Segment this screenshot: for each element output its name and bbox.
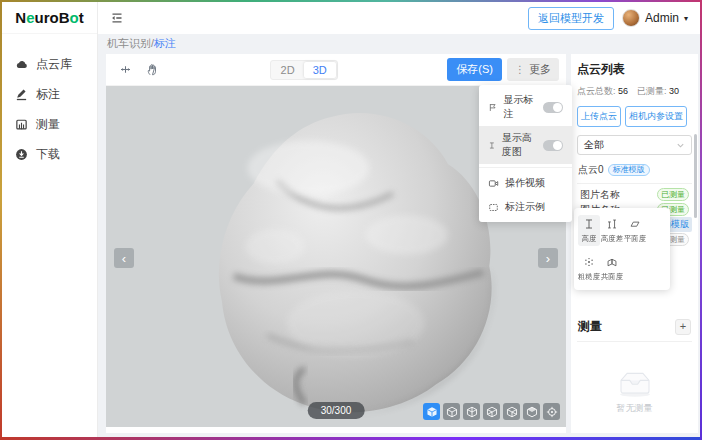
tool-height[interactable]: 高度	[578, 215, 600, 246]
menu-item-label: 显示标注	[503, 93, 537, 121]
view-cube-front-button[interactable]	[443, 403, 460, 420]
tool-label: 高度差	[600, 233, 622, 243]
filter-selected-value: 全部	[584, 138, 604, 152]
view-mode-toggle: 2D 3D	[270, 60, 338, 80]
locate-center-button[interactable]	[543, 403, 560, 420]
sidebar-item-measure[interactable]: 测量	[2, 110, 97, 139]
dashed-frame-icon	[488, 202, 499, 213]
panel-title: 点云列表	[577, 61, 692, 78]
tool-label: 高度	[581, 233, 596, 243]
cube-back-icon	[466, 406, 478, 418]
more-label: 更多	[529, 62, 551, 77]
hand-grab-icon[interactable]	[145, 62, 160, 77]
empty-state: 暂无测量	[577, 368, 692, 415]
logo-gear-o: o	[70, 9, 79, 26]
content-area: 机车识别/标注	[98, 34, 700, 437]
chevron-right-icon: ›	[546, 252, 550, 265]
panel-actions: 上传点云 相机内参设置	[577, 106, 692, 127]
menu-item-tutorial-video[interactable]: 操作视频	[479, 171, 572, 195]
cube-top-icon	[526, 406, 538, 418]
menu-divider	[479, 167, 572, 168]
breadcrumb: 机车识别/标注	[106, 36, 698, 54]
view-preset-buttons	[423, 403, 560, 420]
tool-flatness[interactable]: 平面度	[624, 215, 646, 246]
view-cube-top-button[interactable]	[523, 403, 540, 420]
sidebar-item-label: 测量	[36, 116, 60, 133]
more-dots-icon: ⋮	[515, 64, 525, 75]
prev-image-button[interactable]: ‹	[114, 248, 134, 268]
mode-2d-button[interactable]: 2D	[272, 62, 304, 78]
caret-down-icon: ▾	[684, 14, 688, 23]
menu-item-annotation-example[interactable]: 标注示例	[479, 195, 572, 219]
menu-item-show-annotation[interactable]: 显示标注	[479, 88, 572, 126]
filter-select[interactable]: 全部	[577, 135, 692, 155]
menu-item-show-heightmap[interactable]: 显示高度图	[479, 126, 572, 164]
sidebar-item-label: 标注	[36, 86, 60, 103]
sidebar-item-pointcloud-library[interactable]: 点云库	[2, 50, 97, 79]
list-scrollbar[interactable]	[694, 134, 697, 218]
tool-roughness[interactable]: 粗糙度	[578, 253, 600, 284]
image-name: 图片名称	[580, 188, 620, 202]
canvas-panel: 2D 3D 保存(S) ⋮ 更多	[106, 54, 566, 433]
measured-badge: 已测量	[657, 188, 689, 201]
sidebar-item-label: 下载	[36, 146, 60, 163]
mode-3d-button[interactable]: 3D	[304, 62, 336, 78]
menu-fold-icon[interactable]	[110, 11, 124, 25]
workspace: 2D 3D 保存(S) ⋮ 更多	[106, 54, 698, 433]
view-cube-back-button[interactable]	[463, 403, 480, 420]
crosshair-icon	[546, 406, 558, 418]
view-cube-left-button[interactable]	[483, 403, 500, 420]
logo-part: ur	[35, 9, 50, 26]
show-annotation-toggle[interactable]	[543, 102, 563, 113]
pan-move-icon[interactable]	[118, 62, 133, 77]
user-menu[interactable]: Admin ▾	[622, 9, 688, 27]
back-to-model-dev-button[interactable]: 返回模型开发	[528, 7, 614, 30]
show-heightmap-toggle[interactable]	[543, 140, 563, 151]
save-button[interactable]: 保存(S)	[447, 58, 502, 81]
cube-iso-icon	[426, 406, 438, 418]
more-button[interactable]: ⋮ 更多	[507, 58, 559, 81]
username-label: Admin	[645, 11, 679, 25]
pointcloud-item[interactable]: 点云0 标准模版	[577, 162, 692, 184]
frame-border-top	[0, 0, 702, 2]
logo-part: t	[79, 9, 84, 26]
video-icon	[488, 178, 499, 189]
upload-pointcloud-button[interactable]: 上传点云	[577, 106, 621, 127]
empty-text: 暂无测量	[617, 402, 653, 415]
app-window: NeuroBot 点云库 标注 测量 下载	[0, 0, 702, 440]
measure-section-header: 测量 +	[577, 316, 692, 342]
coplanarity-icon	[606, 256, 618, 268]
cube-left-icon	[486, 406, 498, 418]
image-list-item[interactable]: 图片名称 已测量	[577, 187, 692, 202]
sidebar-item-download[interactable]: 下载	[2, 140, 97, 169]
pointcloud-name: 点云0	[578, 163, 604, 177]
view-cube-right-button[interactable]	[503, 403, 520, 420]
header-right: 返回模型开发 Admin ▾	[528, 7, 688, 30]
logo-part: o	[50, 9, 59, 26]
top-header: 返回模型开发 Admin ▾	[98, 2, 700, 34]
sidebar-nav: 点云库 标注 测量 下载	[2, 34, 97, 169]
breadcrumb-current: 标注	[154, 37, 176, 49]
height-tool-icon	[583, 218, 595, 230]
chevron-down-icon	[676, 141, 685, 150]
sidebar-item-annotate[interactable]: 标注	[2, 80, 97, 109]
view-cube-iso-button[interactable]	[423, 403, 440, 420]
more-dropdown-menu: 显示标注 显示高度图	[479, 85, 572, 222]
tool-height-diff[interactable]: 高度差	[601, 215, 623, 246]
pointcloud-panel: 点云列表 点云总数: 56 已测量: 30 上传点云 相机内参设置 全部	[571, 54, 698, 433]
stat-total: 点云总数: 56	[577, 85, 628, 98]
flatness-icon	[629, 218, 641, 230]
stat-value: 56	[618, 86, 628, 96]
frame-border-left	[0, 0, 2, 440]
breadcrumb-parent[interactable]: 机车识别	[107, 37, 151, 49]
camera-intrinsics-button[interactable]: 相机内参设置	[625, 106, 687, 127]
app-root: NeuroBot 点云库 标注 测量 下载	[2, 2, 700, 437]
tool-coplanarity[interactable]: 共面度	[601, 253, 623, 284]
next-image-button[interactable]: ›	[538, 248, 558, 268]
menu-item-label: 显示高度图	[502, 131, 537, 159]
avatar	[622, 9, 640, 27]
pagination-badge: 30/300	[308, 402, 365, 419]
roughness-icon	[583, 256, 595, 268]
add-measure-button[interactable]: +	[675, 319, 691, 335]
measure-title: 测量	[578, 318, 602, 335]
